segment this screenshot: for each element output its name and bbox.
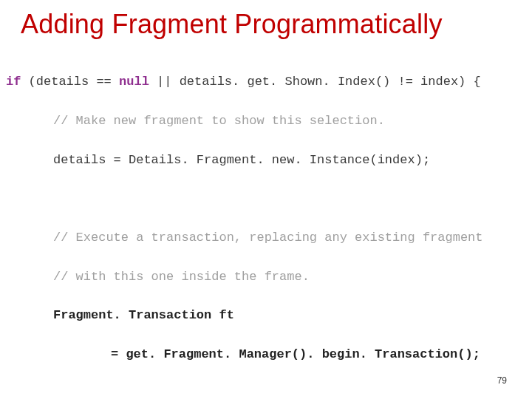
code-line: = get. Fragment. Manager(). begin. Trans…	[0, 345, 532, 364]
slide: Adding Fragment Programmatically if (det…	[0, 0, 532, 399]
code-block: if (details == null || details. get. Sho…	[0, 47, 532, 399]
code-comment: // with this one inside the frame.	[0, 267, 532, 287]
blank-line	[0, 189, 532, 208]
code-text: || details. get. Shown. Index() != index…	[149, 75, 481, 89]
code-comment: // Make new fragment to show this select…	[0, 112, 532, 131]
keyword-null: null	[119, 75, 149, 89]
code-text: (details ==	[21, 75, 119, 89]
code-line: details = Details. Fragment. new. Instan…	[0, 151, 532, 170]
code-line: if (details == null || details. get. Sho…	[0, 72, 532, 92]
slide-title: Adding Fragment Programmatically	[0, 9, 532, 47]
page-number: 79	[497, 375, 507, 386]
keyword-if: if	[6, 75, 21, 89]
code-line: Fragment. Transaction ft	[0, 306, 532, 325]
code-comment: // Execute a transaction, replacing any …	[0, 228, 532, 248]
blank-line	[0, 384, 532, 399]
